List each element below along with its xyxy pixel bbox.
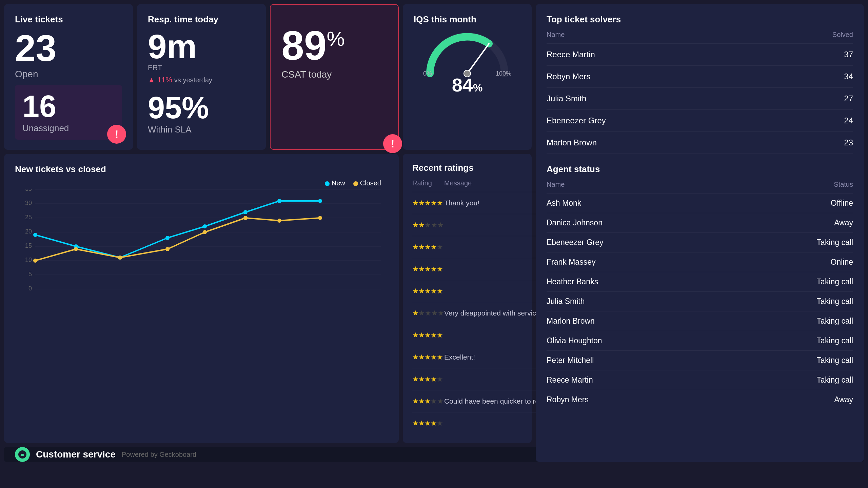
footer-left: Customer service Powered by Geckoboard xyxy=(15,447,196,462)
agent-col-name: Name xyxy=(547,179,733,194)
csat-unit: % xyxy=(327,27,344,50)
live-tickets-title: Live tickets xyxy=(15,14,122,25)
svg-point-33 xyxy=(203,230,207,234)
resp-time-title: Resp. time today xyxy=(148,14,255,25)
top-solvers-title: Top ticket solvers xyxy=(547,14,853,25)
rating-message: Excellent! xyxy=(444,346,545,368)
recent-ratings-title: Recent ratings xyxy=(412,163,522,173)
legend-closed: Closed xyxy=(353,179,381,187)
solver-name: Julia Smith xyxy=(547,88,774,110)
svg-text:10: 10 xyxy=(25,257,32,263)
agent-name: Olivia Houghton xyxy=(547,331,733,351)
csat-value: 89% xyxy=(281,25,387,66)
table-row: Frank MasseyOnline xyxy=(547,252,853,272)
logo-icon xyxy=(18,450,27,459)
agent-status-value: Away xyxy=(733,390,853,410)
agent-status-value: Taking call xyxy=(733,331,853,351)
table-row: Robyn MersAway xyxy=(547,390,853,410)
svg-text:35: 35 xyxy=(25,189,32,192)
solver-name: Marlon Brown xyxy=(547,132,774,154)
rating-message xyxy=(444,258,545,280)
rating-stars: ★★★★★ xyxy=(412,192,444,214)
agent-status-table: Name Status Ash MonkOfflineDanica Johnso… xyxy=(547,179,853,409)
solver-name: Reece Martin xyxy=(547,44,774,66)
rating-message: Could have been quicker to re... xyxy=(444,390,545,412)
line-chart-svg: 35 30 25 20 15 10 5 0 09:00 12:00 15:00 xyxy=(15,189,388,291)
svg-point-25 xyxy=(203,224,207,228)
rating-stars: ★★★★★ xyxy=(412,214,444,236)
table-row: Marlon Brown23 xyxy=(547,132,853,154)
tickets-chart-card: New tickets vs closed New Closed 35 30 2… xyxy=(4,154,399,443)
chart-legend: New Closed xyxy=(325,179,381,187)
svg-text:25: 25 xyxy=(25,214,32,221)
change-value: 11% xyxy=(157,76,172,84)
table-row: Ash MonkOffline xyxy=(547,194,853,213)
csat-label: CSAT today xyxy=(281,69,387,80)
unassigned-box: 16 Unassigned ! xyxy=(15,85,122,140)
agent-name: Marlon Brown xyxy=(547,311,733,331)
tickets-chart-title: New tickets vs closed xyxy=(15,164,388,175)
iqs-title: IQS this month xyxy=(414,14,521,25)
agent-status-value: Taking call xyxy=(733,370,853,390)
solver-count: 23 xyxy=(774,132,853,154)
svg-point-27 xyxy=(277,199,281,203)
agent-status-value: Taking call xyxy=(733,292,853,311)
agent-col-status: Status xyxy=(733,179,853,194)
agent-status-value: Offline xyxy=(733,194,853,213)
agent-status-value: Taking call xyxy=(733,351,853,370)
table-row: Ebeneezer GreyTaking call xyxy=(547,233,853,252)
rating-message xyxy=(444,324,545,346)
solver-count: 37 xyxy=(774,44,853,66)
agent-status-value: Taking call xyxy=(733,311,853,331)
agent-status-card: Agent status Name Status Ash MonkOffline… xyxy=(536,154,864,462)
rating-message xyxy=(444,368,545,390)
agent-name: Julia Smith xyxy=(547,292,733,311)
footer-powered-by: Powered by Geckoboard xyxy=(122,451,196,459)
solver-count: 34 xyxy=(774,66,853,88)
svg-point-35 xyxy=(277,219,281,223)
iqs-value: 84% xyxy=(452,74,483,96)
open-label: Open xyxy=(15,69,122,80)
solver-count: 24 xyxy=(774,110,853,132)
agent-name: Reece Martin xyxy=(547,370,733,390)
gauge-svg xyxy=(423,29,511,77)
svg-point-34 xyxy=(243,216,248,220)
resp-time-card: Resp. time today 9m FRT ▲ 11% vs yesterd… xyxy=(137,4,266,150)
gauge-min: 0% xyxy=(423,70,432,77)
rating-message xyxy=(444,236,545,258)
agent-name: Heather Banks xyxy=(547,272,733,292)
agent-status-value: Online xyxy=(733,252,853,272)
rating-stars: ★★★★★ xyxy=(412,368,444,390)
gauge-max: 100% xyxy=(496,70,511,77)
recent-ratings-card: Recent ratings Rating Message Date ★★★★★… xyxy=(403,154,532,443)
agent-name: Danica Johnson xyxy=(547,213,733,233)
sla-label: Within SLA xyxy=(148,124,255,135)
rating-message xyxy=(444,412,545,434)
agent-name: Frank Massey xyxy=(547,252,733,272)
live-tickets-card: Live tickets 23 Open 16 Unassigned ! xyxy=(4,4,133,150)
svg-point-29 xyxy=(33,259,37,263)
svg-point-36 xyxy=(318,216,322,220)
agent-name: Peter Mitchell xyxy=(547,351,733,370)
table-row: Danica JohnsonAway xyxy=(547,213,853,233)
rating-message: Thank you! xyxy=(444,192,545,214)
table-row: Ebeneezer Grey24 xyxy=(547,110,853,132)
table-row: Robyn Mers34 xyxy=(547,66,853,88)
table-row: Reece MartinTaking call xyxy=(547,370,853,390)
footer-title: Customer service xyxy=(36,449,116,460)
agent-name: Ebeneezer Grey xyxy=(547,233,733,252)
svg-text:15: 15 xyxy=(25,242,32,249)
unassigned-count: 16 xyxy=(22,91,69,122)
svg-text:30: 30 xyxy=(25,200,32,206)
legend-new: New xyxy=(325,179,345,187)
table-row: Peter MitchellTaking call xyxy=(547,351,853,370)
agent-status-value: Away xyxy=(733,213,853,233)
col-rating-header: Rating xyxy=(412,178,444,192)
col-message-header: Message xyxy=(444,178,545,192)
svg-point-30 xyxy=(74,247,78,251)
table-row: Olivia HoughtonTaking call xyxy=(547,331,853,351)
rating-stars: ★★★★★ xyxy=(412,412,444,434)
geckoboard-logo xyxy=(15,447,30,462)
svg-text:20: 20 xyxy=(25,228,32,235)
agent-status-title: Agent status xyxy=(547,164,853,175)
